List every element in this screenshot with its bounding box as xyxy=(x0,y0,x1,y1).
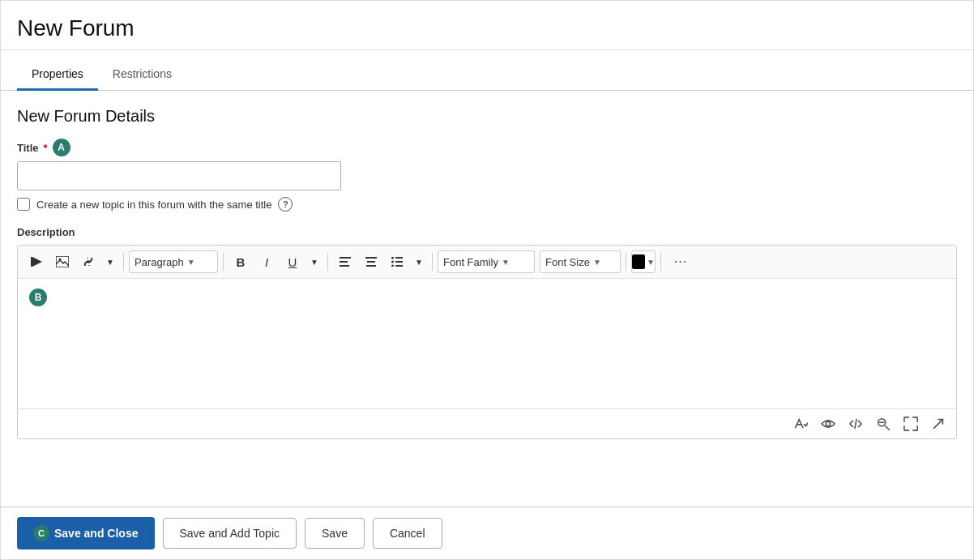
svg-rect-6 xyxy=(340,265,349,267)
same-title-checkbox[interactable] xyxy=(17,198,30,211)
paragraph-dropdown[interactable]: Paragraph ▼ xyxy=(129,250,218,273)
svg-marker-0 xyxy=(32,257,42,267)
title-field-label: Title * A xyxy=(17,139,957,156)
svg-rect-5 xyxy=(340,261,348,263)
spellcheck-icon[interactable] xyxy=(791,414,810,434)
svg-point-10 xyxy=(391,257,394,259)
required-star: * xyxy=(44,142,48,154)
font-family-dropdown[interactable]: Font Family ▼ xyxy=(438,250,535,273)
color-picker-btn[interactable]: ▼ xyxy=(631,250,656,273)
content-area: New Forum Details Title * A Create a new… xyxy=(1,91,973,507)
underline-button[interactable]: U xyxy=(280,250,305,273)
svg-rect-1 xyxy=(31,257,32,267)
separator-3 xyxy=(327,253,328,271)
align-center-button[interactable] xyxy=(359,250,383,273)
svg-point-14 xyxy=(391,265,394,267)
title-input[interactable] xyxy=(17,161,341,190)
svg-rect-13 xyxy=(395,261,403,263)
same-title-label: Create a new topic in this forum with th… xyxy=(36,199,271,211)
page-wrapper: New Forum Properties Restrictions New Fo… xyxy=(0,0,974,560)
insert-dropdown-btn[interactable]: ▼ xyxy=(102,250,118,273)
help-icon[interactable]: ? xyxy=(278,197,293,212)
tab-restrictions[interactable]: Restrictions xyxy=(98,59,186,91)
separator-1 xyxy=(123,253,124,271)
page-title: New Forum xyxy=(17,15,957,41)
list-button[interactable] xyxy=(385,250,409,273)
video-icon[interactable] xyxy=(24,250,49,273)
preview-icon[interactable] xyxy=(818,414,838,434)
save-add-topic-button[interactable]: Save and Add Topic xyxy=(163,518,297,549)
bottom-badge-c: C xyxy=(33,525,49,541)
svg-line-17 xyxy=(855,420,857,429)
svg-rect-11 xyxy=(395,257,403,259)
svg-line-21 xyxy=(934,420,943,429)
cancel-button[interactable]: Cancel xyxy=(373,518,442,549)
separator-5 xyxy=(626,253,626,271)
font-size-dropdown[interactable]: Font Size ▼ xyxy=(540,250,621,273)
svg-line-19 xyxy=(886,426,890,430)
list-dropdown-btn[interactable]: ▼ xyxy=(411,250,427,273)
checkbox-row: Create a new topic in this forum with th… xyxy=(17,197,957,212)
editor-body[interactable]: B xyxy=(18,279,956,408)
format-dropdown-btn[interactable]: ▼ xyxy=(306,250,323,273)
separator-6 xyxy=(660,253,661,271)
tabs-bar: Properties Restrictions xyxy=(1,58,973,91)
svg-rect-7 xyxy=(365,257,377,259)
bold-button[interactable]: B xyxy=(229,250,253,273)
italic-button[interactable]: I xyxy=(254,250,279,273)
description-label: Description xyxy=(17,226,957,238)
separator-4 xyxy=(432,253,433,271)
bottom-bar: C Save and Close Save and Add Topic Save… xyxy=(1,507,973,559)
svg-rect-8 xyxy=(367,261,375,263)
section-title: New Forum Details xyxy=(17,107,957,126)
editor-toolbar: ▼ Paragraph ▼ B I U xyxy=(18,246,956,279)
code-icon[interactable] xyxy=(846,414,865,434)
tab-properties[interactable]: Properties xyxy=(17,59,98,91)
editor-badge-b: B xyxy=(29,289,47,306)
diagonal-resize-icon[interactable] xyxy=(929,414,948,434)
link-icon[interactable] xyxy=(76,250,100,273)
align-left-button[interactable] xyxy=(333,250,357,273)
svg-rect-9 xyxy=(366,265,376,267)
svg-point-12 xyxy=(391,261,394,263)
image-icon[interactable] xyxy=(50,250,75,273)
find-icon[interactable] xyxy=(874,414,893,434)
save-close-button[interactable]: C Save and Close xyxy=(17,517,155,549)
fullscreen-icon[interactable] xyxy=(901,414,921,434)
color-swatch xyxy=(632,254,645,269)
description-section: Description xyxy=(17,226,957,439)
more-options-btn[interactable]: ··· xyxy=(666,250,695,273)
title-badge-a: A xyxy=(53,139,70,156)
editor-container: ▼ Paragraph ▼ B I U xyxy=(17,245,957,439)
svg-rect-4 xyxy=(340,257,351,259)
editor-footer xyxy=(18,408,956,438)
svg-point-16 xyxy=(826,421,830,425)
save-button[interactable]: Save xyxy=(305,518,365,549)
page-header: New Forum xyxy=(1,1,973,50)
separator-2 xyxy=(223,253,224,271)
svg-rect-15 xyxy=(395,265,403,267)
